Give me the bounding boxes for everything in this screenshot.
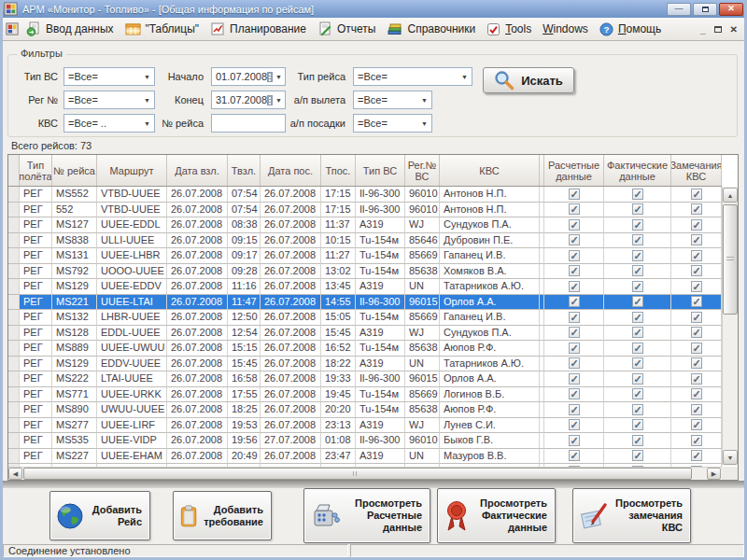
table-row[interactable]: РЕГ552VTBD-UUEE26.07.200807:5426.07.2008… (8, 203, 722, 218)
table-cell-checkbox[interactable] (671, 357, 722, 372)
row-selector[interactable] (8, 357, 20, 372)
table-row[interactable]: РЕГMS890UWUU-UUEE26.07.200818:2526.07.20… (8, 402, 722, 418)
table-cell-checkbox[interactable] (604, 402, 671, 418)
checkbox-icon[interactable] (569, 343, 580, 354)
table-cell-checkbox[interactable] (604, 248, 671, 264)
table-row[interactable]: РЕГMS221UUEE-LTAI26.07.200811:4726.07.20… (8, 295, 722, 311)
checkbox-icon[interactable] (691, 450, 702, 461)
table-row[interactable]: РЕГMS227UUEE-EHAM26.07.200820:4926.07.20… (8, 449, 722, 465)
table-row[interactable]: РЕГMS277UUEE-LIRF26.07.200819:5326.07.20… (8, 418, 722, 434)
table-row[interactable]: РЕГMS535UUEE-VIDP26.07.200819:5627.07.20… (8, 433, 722, 449)
table-cell-checkbox[interactable] (671, 233, 722, 249)
column-header[interactable]: № рейса (52, 155, 97, 186)
arr-airport-combo[interactable]: =Все= ▼ (353, 114, 432, 133)
row-selector[interactable] (8, 279, 20, 295)
table-cell-checkbox[interactable] (604, 371, 671, 387)
checkbox-icon[interactable] (691, 203, 702, 215)
table-row[interactable]: РЕГMS128EDDL-UUEE26.07.200812:5426.07.20… (8, 326, 722, 342)
table-cell-checkbox[interactable] (544, 187, 604, 203)
table-cell-checkbox[interactable] (671, 279, 722, 295)
table-cell-checkbox[interactable] (544, 387, 604, 403)
column-header[interactable]: Расчетные данные (544, 155, 604, 186)
horizontal-scrollbar[interactable]: ◀ ▶ (8, 467, 722, 480)
mdi-minimize-button[interactable]: _ (700, 24, 706, 35)
table-cell-checkbox[interactable] (604, 449, 671, 465)
table-cell-checkbox[interactable] (671, 187, 722, 203)
table-cell-checkbox[interactable] (671, 217, 722, 233)
checkbox-icon[interactable] (691, 343, 702, 354)
row-selector[interactable] (8, 449, 20, 465)
scroll-right-button[interactable]: ▶ (707, 468, 721, 480)
checkbox-icon[interactable] (632, 296, 643, 307)
table-cell-checkbox[interactable] (544, 217, 604, 233)
table-cell-checkbox[interactable] (544, 326, 604, 342)
checkbox-icon[interactable] (569, 250, 580, 261)
scroll-left-button[interactable]: ◀ (8, 468, 22, 480)
table-row[interactable]: РЕГMS129EDDV-UUEE26.07.200815:4526.07.20… (8, 357, 722, 372)
column-header[interactable]: Дата взл. (167, 155, 228, 186)
checkbox-icon[interactable] (691, 312, 702, 323)
checkbox-icon[interactable] (632, 343, 643, 354)
checkbox-icon[interactable] (632, 357, 643, 369)
row-selector[interactable] (8, 264, 20, 280)
checkbox-icon[interactable] (569, 203, 580, 215)
view-actual-data-button[interactable]: Просмотреть Фактические данные (437, 488, 556, 543)
menu-item-planning[interactable]: Планирование (204, 20, 312, 38)
column-header[interactable]: Дата пос. (261, 155, 321, 186)
vertical-scrollbar[interactable]: ▲ ▼ (722, 187, 738, 466)
minimize-button[interactable]: — (667, 3, 691, 16)
row-selector[interactable] (8, 187, 20, 203)
table-cell-checkbox[interactable] (671, 295, 722, 311)
table-cell-checkbox[interactable] (604, 187, 671, 203)
table-cell-checkbox[interactable] (604, 295, 671, 311)
menu-item-data-entry[interactable]: Ввод данных (21, 20, 120, 38)
checkbox-icon[interactable] (632, 388, 643, 399)
checkbox-icon[interactable] (632, 234, 643, 245)
column-header[interactable]: Фактические данные (604, 155, 671, 186)
checkbox-icon[interactable] (569, 296, 580, 307)
restore-button[interactable] (693, 3, 717, 16)
mdi-close-button[interactable]: ✕ (730, 24, 738, 35)
horizontal-scroll-thumb[interactable] (23, 468, 692, 480)
table-cell-checkbox[interactable] (544, 449, 604, 465)
table-cell-checkbox[interactable] (604, 217, 671, 233)
view-kvs-remarks-button[interactable]: Просмотреть замечания КВС (572, 488, 691, 543)
table-cell-checkbox[interactable] (671, 310, 722, 326)
table-cell-checkbox[interactable] (604, 310, 671, 326)
table-cell-checkbox[interactable] (544, 264, 604, 280)
table-cell-checkbox[interactable] (544, 341, 604, 357)
checkbox-icon[interactable] (632, 281, 643, 292)
checkbox-icon[interactable] (691, 327, 702, 338)
checkbox-icon[interactable] (632, 250, 643, 261)
table-cell-checkbox[interactable] (544, 295, 604, 311)
table-cell-checkbox[interactable] (544, 418, 604, 434)
menu-item-references[interactable]: Справочники (381, 20, 481, 38)
table-cell-checkbox[interactable] (671, 449, 722, 465)
mdi-restore-button[interactable] (714, 26, 722, 33)
checkbox-icon[interactable] (569, 219, 580, 231)
checkbox-icon[interactable] (632, 419, 643, 430)
table-row[interactable]: РЕГMS771UUEE-URKK26.07.200817:5526.07.20… (8, 387, 722, 403)
table-cell-checkbox[interactable] (604, 264, 671, 280)
table-cell-checkbox[interactable] (604, 387, 671, 403)
checkbox-icon[interactable] (569, 450, 580, 461)
checkbox-icon[interactable] (569, 388, 580, 399)
table-cell-checkbox[interactable] (544, 248, 604, 264)
row-selector[interactable] (8, 433, 20, 449)
column-header[interactable]: Рег.№ ВС (405, 155, 440, 186)
checkbox-icon[interactable] (691, 404, 702, 415)
column-header[interactable]: Маршрут (97, 155, 167, 186)
table-cell-checkbox[interactable] (671, 433, 722, 449)
table-cell-checkbox[interactable] (604, 326, 671, 342)
vertical-scroll-thumb[interactable] (723, 204, 738, 315)
checkbox-icon[interactable] (632, 265, 643, 276)
menu-item-help[interactable]: ? Помощь (594, 21, 667, 38)
checkbox-icon[interactable] (632, 189, 643, 200)
menu-item-windows[interactable]: Windows (537, 21, 594, 37)
flight-type-combo[interactable]: =Все= ▼ (353, 67, 472, 86)
checkbox-icon[interactable] (632, 203, 643, 215)
row-selector[interactable] (8, 387, 20, 403)
row-selector[interactable] (8, 341, 20, 357)
checkbox-icon[interactable] (632, 404, 643, 415)
checkbox-icon[interactable] (691, 296, 702, 307)
